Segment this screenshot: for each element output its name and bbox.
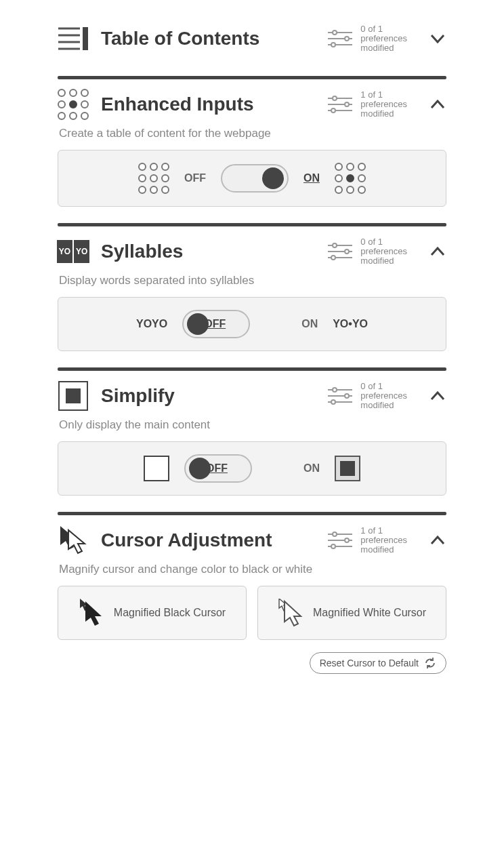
svg-marker-31 (68, 530, 85, 553)
option-label: Magnified White Cursor (313, 607, 426, 619)
section-cursor-adjustment: Cursor Adjustment 1 of 1 preferences mod… (58, 515, 446, 690)
section-description: Create a table of content for the webpag… (59, 127, 446, 140)
svg-point-27 (345, 394, 349, 398)
svg-point-9 (345, 37, 349, 41)
cursor-options: Magnified Black Cursor Magnified White C… (58, 586, 446, 640)
svg-point-29 (331, 400, 335, 404)
svg-point-21 (345, 249, 349, 254)
off-label: OFF (204, 318, 226, 330)
prefs-text: 0 of 1 preferences modified (360, 382, 407, 411)
on-label: ON (301, 318, 318, 330)
svg-marker-39 (85, 601, 102, 626)
collapse-toggle[interactable] (429, 243, 446, 260)
svg-marker-41 (285, 601, 301, 626)
toggle-panel: OFF ON (58, 441, 446, 496)
collapse-toggle[interactable] (429, 96, 446, 113)
section-title: Simplify (101, 385, 314, 407)
prefs-summary: 1 of 1 preferences modified (327, 526, 407, 555)
prefs-count: 1 of 1 (360, 526, 407, 536)
sliders-icon (327, 530, 354, 550)
section-header: Enhanced Inputs 1 of 1 preferences modif… (58, 86, 446, 125)
prefs-summary: 0 of 1 preferences modified (327, 24, 407, 54)
sliders-icon (327, 94, 354, 115)
svg-point-33 (333, 532, 337, 536)
svg-point-13 (333, 96, 337, 100)
reset-cursor-button[interactable]: Reset Cursor to Default (310, 652, 446, 674)
expand-toggle[interactable] (429, 30, 446, 47)
svg-point-19 (333, 243, 337, 247)
cursor-icon (58, 525, 89, 556)
section-simplify: Simplify 0 of 1 preferences modified Onl… (58, 371, 446, 512)
section-title: Table of Contents (101, 28, 314, 49)
on-state-example: YO•YO (333, 318, 368, 330)
svg-point-17 (331, 108, 335, 113)
reset-row: Reset Cursor to Default (58, 652, 446, 674)
prefs-count: 0 of 1 (360, 24, 407, 34)
section-title: Syllables (101, 241, 314, 262)
section-description: Display words separated into syllables (59, 274, 446, 287)
svg-point-25 (333, 388, 337, 392)
section-enhanced-inputs: Enhanced Inputs 1 of 1 preferences modif… (58, 79, 446, 223)
section-description: Magnify cursor and change color to black… (59, 563, 446, 576)
prefs-text: 0 of 1 preferences modified (360, 237, 407, 266)
sliders-icon (327, 386, 354, 406)
reset-label: Reset Cursor to Default (320, 658, 419, 668)
svg-point-37 (331, 544, 335, 548)
off-label: OFF (206, 462, 228, 475)
toggle-switch[interactable] (221, 164, 289, 193)
collapse-toggle[interactable] (429, 387, 446, 405)
on-label: ON (303, 462, 320, 475)
black-cursor-icon (79, 599, 107, 627)
prefs-text: 1 of 1 preferences modified (360, 90, 407, 119)
on-state-icon (335, 163, 366, 194)
section-title: Enhanced Inputs (101, 94, 314, 115)
section-description: Only display the main content (59, 418, 446, 432)
toggle-panel: YOYO OFF ON YO•YO (58, 297, 446, 351)
toggle-panel: OFF ON (58, 150, 446, 207)
prefs-text: 0 of 1 preferences modified (360, 24, 407, 54)
toc-icon (58, 23, 89, 54)
section-header: Simplify 0 of 1 preferences modified (58, 378, 446, 417)
prefs-summary: 1 of 1 preferences modified (327, 90, 407, 119)
prefs-summary: 0 of 1 preferences modified (327, 237, 407, 266)
prefs-text: 1 of 1 preferences modified (360, 526, 407, 555)
enhanced-inputs-icon (58, 89, 89, 120)
svg-point-7 (333, 31, 337, 35)
prefs-summary: 0 of 1 preferences modified (327, 382, 407, 411)
off-state-icon (138, 163, 169, 194)
option-label: Magnified Black Cursor (114, 607, 226, 619)
sliders-icon (327, 28, 354, 49)
section-syllables: YOYO Syllables 0 of 1 preferences modifi… (58, 226, 446, 367)
section-header: YOYO Syllables 0 of 1 preferences modifi… (58, 233, 446, 273)
white-cursor-icon (278, 599, 306, 627)
prefs-count: 0 of 1 (360, 382, 407, 391)
prefs-count: 0 of 1 (360, 237, 407, 247)
refresh-icon (424, 657, 436, 669)
on-label: ON (303, 172, 320, 184)
section-title: Cursor Adjustment (101, 529, 314, 551)
section-table-of-contents: Table of Contents 0 of 1 preferences mod… (58, 14, 446, 76)
off-state-icon (144, 456, 169, 481)
section-header: Table of Contents 0 of 1 preferences mod… (58, 20, 446, 60)
section-header: Cursor Adjustment 1 of 1 preferences mod… (58, 522, 446, 561)
on-state-icon (335, 456, 360, 481)
sliders-icon (327, 241, 354, 262)
magnified-white-cursor-button[interactable]: Magnified White Cursor (257, 586, 446, 640)
simplify-icon (58, 380, 89, 412)
off-label: OFF (184, 172, 206, 184)
svg-point-15 (345, 102, 349, 106)
prefs-count: 1 of 1 (360, 90, 407, 100)
magnified-black-cursor-button[interactable]: Magnified Black Cursor (58, 586, 247, 640)
collapse-toggle[interactable] (429, 532, 446, 549)
off-state-example: YOYO (136, 318, 167, 330)
svg-point-11 (331, 43, 335, 47)
syllables-icon: YOYO (58, 236, 89, 267)
svg-point-35 (345, 538, 349, 542)
svg-point-23 (331, 256, 335, 260)
